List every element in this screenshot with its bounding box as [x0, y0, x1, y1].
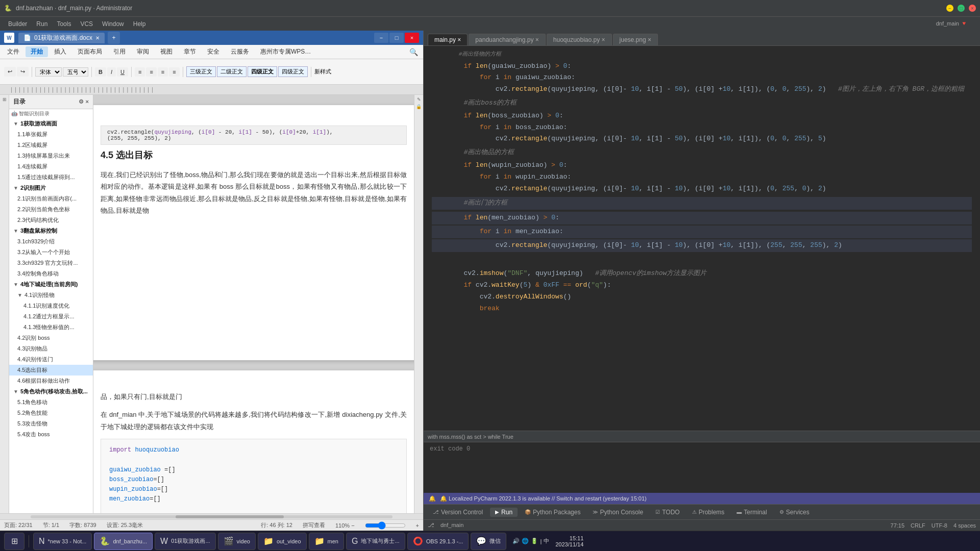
outline-item-3-3[interactable]: 3.3ch9329 官方文玩转...	[9, 258, 93, 268]
code-editor[interactable]: #画出怪物的方框 if len(guaiwu_zuobiao) > 0: for…	[424, 46, 980, 431]
pycharm-tab-huoquzuobiao[interactable]: huoquzuobiao.py ×	[547, 34, 612, 45]
style-h4[interactable]: 四级正文	[278, 66, 308, 77]
outline-item-3-4[interactable]: 3.4控制角色移动	[9, 268, 93, 279]
wps-hscrollbar[interactable]	[0, 513, 423, 519]
bottom-tab-todo[interactable]: ☑ TODO	[650, 508, 684, 517]
outline-item-ch4[interactable]: ▼ 4地下城处理(当前房间)	[9, 279, 93, 290]
outline-item-ch2[interactable]: ▼ 2识别图片	[9, 183, 93, 193]
outline-item-4-1-3[interactable]: 4.1.3怪物坐标值的...	[9, 322, 93, 333]
wps-maximize-button[interactable]: □	[389, 33, 404, 43]
pycharm-tab-panduanchangjing[interactable]: panduanchangjing.py ×	[469, 34, 545, 45]
taskbar-item-men[interactable]: 📁 men	[309, 533, 344, 550]
outline-item-ch3[interactable]: ▼ 3翻盘鼠标控制	[9, 226, 93, 236]
taskbar-item-game[interactable]: G 地下城与勇士...	[346, 533, 405, 550]
justify-btn[interactable]: ≡	[169, 67, 179, 77]
wps-menu-insert[interactable]: 插入	[49, 46, 71, 57]
bottom-tab-run[interactable]: ▶ Run	[490, 508, 518, 517]
bottom-tab-terminal[interactable]: ▬ Terminal	[731, 508, 772, 517]
wps-menu-service[interactable]: 惠州市专属WPS线上服务通...	[255, 46, 316, 57]
outline-item-1-3[interactable]: 1.3持续屏幕显示出来	[9, 151, 93, 161]
wps-menu-home[interactable]: 开始	[26, 46, 48, 57]
outline-item-2-1[interactable]: 2.1识别当前画面内容(...	[9, 193, 93, 204]
taskbar-item-pycharm[interactable]: 🐍 dnf_banzhu...	[94, 533, 153, 550]
outline-item-1-5[interactable]: 1.5通过连续截屏得到...	[9, 172, 93, 183]
outline-item-4-2[interactable]: 4.2识别 boss	[9, 333, 93, 343]
wps-menu-view[interactable]: 视图	[155, 46, 178, 57]
align-right-btn[interactable]: ≡	[158, 67, 168, 77]
bottom-tab-vcs[interactable]: ⎇ Version Control	[428, 508, 488, 517]
style-h3[interactable]: 四级正文	[248, 66, 277, 77]
italic-btn[interactable]: I	[107, 67, 116, 77]
outline-item-4-5[interactable]: 4.5选出目标	[9, 365, 93, 375]
bottom-tab-packages[interactable]: 📦 Python Packages	[520, 508, 585, 517]
taskbar-item-outvideo[interactable]: 📁 out_video	[258, 533, 307, 550]
outline-item-4-1-2[interactable]: 4.1.2通过方框显示...	[9, 311, 93, 322]
pycharm-tab-main[interactable]: main.py ×	[428, 34, 468, 45]
bottom-tab-console[interactable]: ≫ Python Console	[587, 508, 648, 517]
outline-settings-icon[interactable]: ⚙	[79, 98, 84, 105]
outline-item-5-4[interactable]: 5.4攻击 boss	[9, 429, 93, 440]
align-center-btn[interactable]: ≡	[146, 67, 156, 77]
align-left-btn[interactable]: ≡	[135, 67, 145, 77]
taskbar-item-video[interactable]: 🎬 video	[218, 533, 256, 550]
menu-vcs[interactable]: VCS	[76, 19, 97, 29]
wps-close-button[interactable]: ×	[405, 33, 419, 43]
style-normal[interactable]: 三级正文	[186, 66, 216, 77]
taskbar-item-wechat[interactable]: 💬 微信	[471, 533, 506, 550]
outline-close-icon[interactable]: ×	[86, 98, 89, 105]
minimize-button[interactable]: −	[946, 5, 953, 12]
outline-item-4-1[interactable]: ▼ 4.1识别怪物	[9, 290, 93, 300]
outline-item-1-4[interactable]: 1.4连续截屏	[9, 161, 93, 172]
maximize-button[interactable]: □	[958, 5, 965, 12]
menu-builder[interactable]: Builder	[4, 19, 31, 29]
close-button[interactable]: ×	[969, 5, 976, 12]
outline-item-5-2[interactable]: 5.2角色技能	[9, 408, 93, 418]
outline-item-4-3[interactable]: 4.3识别物品	[9, 343, 93, 354]
bold-btn[interactable]: B	[95, 67, 106, 77]
outline-item-4-6[interactable]: 4.6根据目标做出动作	[9, 375, 93, 386]
wps-side-icon-1[interactable]: ⊞	[3, 97, 7, 102]
zoom-plus[interactable]: +	[416, 522, 419, 529]
outline-item-1-1[interactable]: 1.1单张截屏	[9, 129, 93, 140]
menu-tools[interactable]: Tools	[53, 19, 75, 29]
wps-menu-cloud[interactable]: 云服务	[226, 46, 254, 57]
wps-menu-review[interactable]: 审阅	[132, 46, 154, 57]
wps-menu-chapter[interactable]: 章节	[179, 46, 201, 57]
wps-minimize-button[interactable]: −	[374, 33, 388, 43]
wps-menu-file[interactable]: 文件	[2, 46, 24, 57]
zoom-slider[interactable]	[365, 521, 406, 530]
outline-item-5-3[interactable]: 5.3攻击怪物	[9, 418, 93, 429]
outline-item-4-1-1[interactable]: 4.1.1识别速度优化	[9, 300, 93, 311]
taskbar-item-notepad[interactable]: N *new 33 - Not...	[33, 533, 92, 550]
wps-file-tab[interactable]: 📄 01获取游戏画面.docx ✕	[18, 33, 105, 43]
wps-new-tab-button[interactable]: +	[108, 32, 120, 44]
outline-item-5-1[interactable]: 5.1角色移动	[9, 397, 93, 408]
wps-menu-layout[interactable]: 页面布局	[72, 46, 107, 57]
bottom-tab-services[interactable]: ⚙ Services	[774, 508, 815, 517]
wps-right-icon-1[interactable]: ✎	[417, 97, 421, 102]
pycharm-tab-juese[interactable]: juese.png ×	[613, 34, 658, 45]
menu-window[interactable]: Window	[98, 19, 128, 29]
outline-item-1-2[interactable]: 1.2区域截屏	[9, 140, 93, 151]
menu-run[interactable]: Run	[32, 19, 52, 29]
wps-menu-security[interactable]: 安全	[202, 46, 225, 57]
outline-ai-btn[interactable]: 🤖 智能识别目录	[9, 109, 93, 118]
wps-search-icon[interactable]: 🔍	[406, 48, 421, 56]
outline-item-4-4[interactable]: 4.4识别传送门	[9, 354, 93, 365]
font-family-select[interactable]: 宋体	[35, 67, 62, 77]
bottom-tab-problems[interactable]: ⚠ Problems	[687, 508, 730, 517]
outline-item-ch1[interactable]: ▼ 1获取游戏画面	[9, 118, 93, 129]
outline-item-2-2[interactable]: 2.2识别当前角色坐标	[9, 204, 93, 215]
wps-redo-btn[interactable]: ↪	[17, 67, 29, 77]
outline-item-ch5[interactable]: ▼ 5角色动作(移动攻击,拾取...	[9, 386, 93, 397]
start-button[interactable]: ⊞	[4, 533, 24, 550]
style-h2[interactable]: 二级正文	[217, 66, 247, 77]
wps-close-icon[interactable]: ✕	[95, 35, 100, 41]
outline-item-3-2[interactable]: 3.2从输入一个个开始	[9, 247, 93, 258]
font-size-select[interactable]: 五号	[63, 67, 88, 77]
menu-help[interactable]: Help	[129, 19, 150, 29]
underline-btn[interactable]: U	[117, 67, 128, 77]
outline-item-3-1[interactable]: 3.1ch9329介绍	[9, 236, 93, 247]
taskbar-item-obs[interactable]: ⭕ OBS 29.1.3 -...	[407, 533, 469, 550]
outline-item-2-3[interactable]: 2.3代码结构优化	[9, 215, 93, 226]
